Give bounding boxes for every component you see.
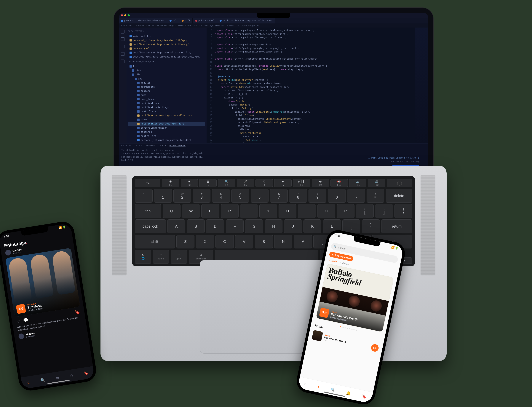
key[interactable]: E xyxy=(201,204,219,218)
panel-tab[interactable]: DEBUG CONSOLE xyxy=(170,144,186,147)
key[interactable]: R xyxy=(221,204,239,218)
key[interactable]: Y xyxy=(259,204,277,218)
key[interactable]: C xyxy=(215,235,234,249)
panel-tab[interactable]: OUTPUT xyxy=(135,144,142,147)
key[interactable]: }] xyxy=(375,204,393,218)
tree-folder[interactable]: bindings xyxy=(128,130,205,134)
key[interactable]: tab xyxy=(135,204,161,218)
key[interactable]: ▸▸F9 xyxy=(312,179,329,188)
key[interactable]: fn🌐 xyxy=(135,250,151,264)
open-editor-item[interactable]: notification_settings_view.dart lib/app/… xyxy=(128,42,205,47)
key[interactable]: {[ xyxy=(356,204,374,218)
key[interactable]: ☀F2 xyxy=(181,179,198,188)
tab-saved[interactable]: 🔖 xyxy=(361,394,367,399)
tab-alerts[interactable]: ◇ xyxy=(70,373,73,378)
tab-home[interactable]: ⌂ xyxy=(27,380,30,385)
key[interactable]: @2 xyxy=(173,189,191,203)
key[interactable]: !1 xyxy=(154,189,172,203)
open-editors-header[interactable]: OPEN EDITORS xyxy=(128,29,205,33)
tree-folder[interactable]: personalinformation xyxy=(128,126,205,130)
explorer-icon[interactable] xyxy=(121,30,125,33)
key[interactable]: _- xyxy=(347,189,365,203)
key[interactable]: N xyxy=(274,235,292,249)
tab-home[interactable]: ⌂ xyxy=(304,382,307,386)
key[interactable]: return xyxy=(381,219,412,233)
tree-folder[interactable]: notificationSettings xyxy=(128,105,205,110)
chip-movies[interactable]: Movies xyxy=(340,261,349,266)
tree-folder[interactable]: app xyxy=(128,77,205,81)
source-control-icon[interactable] xyxy=(121,45,125,48)
key[interactable]: ⌘command xyxy=(189,250,213,264)
tree-folder[interactable]: lib xyxy=(128,64,205,69)
panel-tab[interactable]: PORTS xyxy=(160,144,166,147)
key[interactable]: U xyxy=(279,204,297,218)
key[interactable]: A xyxy=(167,219,185,233)
key[interactable]: %5 xyxy=(231,189,249,203)
key[interactable]: 🔍F4 xyxy=(218,179,235,188)
key[interactable]: ▸❙❙F8 xyxy=(293,179,310,188)
open-editor-item[interactable]: main.dart lib xyxy=(128,34,205,38)
code-area[interactable]: import class="str">'package:collection_d… xyxy=(214,28,415,143)
avatar[interactable] xyxy=(5,250,11,256)
key[interactable]: 🔊F12 xyxy=(368,179,385,188)
key[interactable]: += xyxy=(367,189,384,203)
tab-alerts[interactable]: 🔔 xyxy=(346,391,351,396)
bookmark-icon[interactable]: 🔖 xyxy=(74,309,80,315)
tree-file[interactable]: notification_settings_controller.dart xyxy=(128,114,205,117)
key[interactable]: ⌃control xyxy=(153,250,169,264)
key[interactable]: 🔇F10 xyxy=(330,179,348,188)
key[interactable]: esc xyxy=(135,179,160,188)
key[interactable]: :; xyxy=(342,219,360,233)
tab-search[interactable]: 🔍 xyxy=(40,377,45,383)
open-editor-item[interactable]: pubspec.yaml xyxy=(128,47,205,51)
key[interactable]: *8 xyxy=(289,189,307,203)
key[interactable]: ☾F6 xyxy=(256,179,273,188)
key[interactable]: $4 xyxy=(212,189,230,203)
tree-folder[interactable]: .fvm xyxy=(128,69,205,73)
key[interactable]: 🔉F11 xyxy=(349,179,367,188)
close-icon[interactable] xyxy=(121,14,123,16)
tree-folder[interactable]: controllers xyxy=(128,134,205,138)
key[interactable]: )0 xyxy=(328,189,346,203)
key[interactable]: I xyxy=(298,204,316,218)
key[interactable]: K xyxy=(304,219,321,233)
key[interactable]: ◂◂F7 xyxy=(274,179,292,188)
tab-add[interactable]: ⊕ xyxy=(56,375,60,380)
tree-folder[interactable]: explore xyxy=(128,89,205,93)
tree-folder[interactable]: lib xyxy=(128,73,205,77)
tree-folder[interactable]: modules xyxy=(128,81,205,85)
editor-tab[interactable]: pubspec.yaml xyxy=(193,18,217,23)
comment-icon[interactable]: 💬 xyxy=(23,318,29,323)
key[interactable]: H xyxy=(265,219,282,233)
panel-tab[interactable]: PROBLEMS xyxy=(121,144,131,147)
key[interactable]: X xyxy=(196,235,214,249)
tree-folder[interactable]: home xyxy=(128,93,205,97)
code-editor[interactable]: 1234567891011121314151617181920212223242… xyxy=(207,28,428,143)
tree-file[interactable]: personal_information_controller.dart xyxy=(128,138,205,142)
key[interactable]: ~` xyxy=(135,189,153,203)
key[interactable]: T xyxy=(240,204,258,218)
key[interactable]: W xyxy=(182,204,200,218)
editor-tab[interactable]: sol xyxy=(167,18,179,23)
key[interactable] xyxy=(215,250,318,264)
key[interactable]: ⊞F3 xyxy=(199,179,217,188)
key[interactable]: D xyxy=(206,219,224,233)
key[interactable]: V xyxy=(235,235,253,249)
key[interactable]: ☀F1 xyxy=(162,179,179,188)
open-editor-item[interactable]: notification_settings_controller.dart li… xyxy=(128,51,205,55)
key[interactable]: M xyxy=(294,235,312,249)
key[interactable]: #3 xyxy=(193,189,211,203)
breadcrumb[interactable]: lib › app › modules › notification_setti… xyxy=(119,23,428,28)
minimize-icon[interactable] xyxy=(124,14,126,16)
tree-folder[interactable]: authmodule xyxy=(128,85,205,89)
hero-card[interactable]: Buffalo Springfield 5.0 Music For What I… xyxy=(316,264,394,332)
key[interactable]: P xyxy=(336,204,354,218)
key[interactable]: Z xyxy=(176,235,195,249)
key[interactable]: B xyxy=(255,235,273,249)
tree-folder[interactable]: controllers xyxy=(128,110,205,114)
extensions-icon[interactable] xyxy=(121,60,125,63)
key[interactable]: Q xyxy=(163,204,181,218)
key[interactable]: ⌥option xyxy=(171,250,187,264)
editor-tab[interactable]: personal_information_view.dart xyxy=(119,18,167,23)
key[interactable]: 🎤F5 xyxy=(237,179,254,188)
